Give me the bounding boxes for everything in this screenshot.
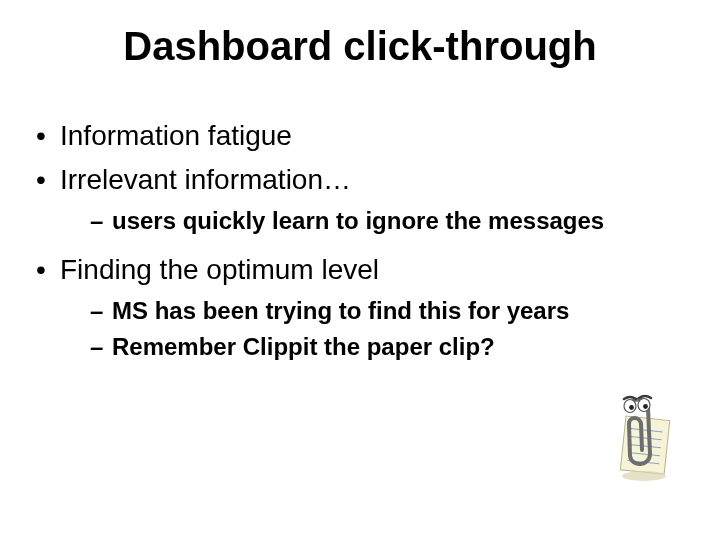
bullet-text: Information fatigue [60, 120, 292, 151]
svg-point-10 [622, 471, 666, 481]
clippit-icon [606, 394, 678, 482]
sub-bullet-text: MS has been trying to find this for year… [112, 297, 569, 324]
bullet-item: Irrelevant information… users quickly le… [30, 161, 690, 237]
sub-bullet-text: users quickly learn to ignore the messag… [112, 207, 604, 234]
sub-bullet-item: MS has been trying to find this for year… [90, 295, 690, 327]
svg-point-9 [643, 404, 648, 409]
svg-point-8 [629, 405, 634, 410]
bullet-text: Irrelevant information… [60, 164, 351, 195]
slide: Dashboard click-through Information fati… [0, 0, 720, 540]
sub-list: users quickly learn to ignore the messag… [60, 205, 690, 237]
bullet-item: Information fatigue [30, 117, 690, 155]
bullet-text: Finding the optimum level [60, 254, 379, 285]
sub-bullet-item: users quickly learn to ignore the messag… [90, 205, 690, 237]
sub-bullet-text: Remember Clippit the paper clip? [112, 333, 495, 360]
bullet-item: Finding the optimum level MS has been tr… [30, 251, 690, 364]
sub-bullet-item: Remember Clippit the paper clip? [90, 331, 690, 363]
bullet-list: Information fatigue Irrelevant informati… [0, 117, 720, 364]
sub-list: MS has been trying to find this for year… [60, 295, 690, 364]
slide-title: Dashboard click-through [0, 0, 720, 77]
